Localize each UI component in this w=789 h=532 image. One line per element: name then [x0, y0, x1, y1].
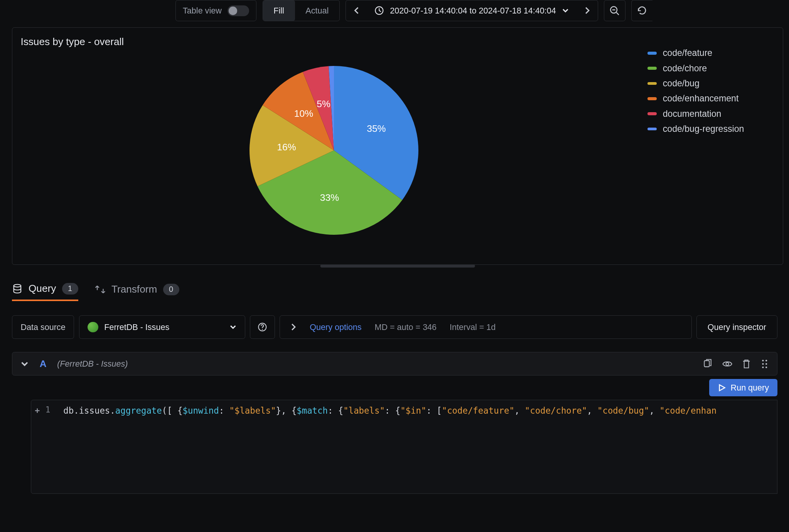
chart-panel: Issues by type - overall 35%33%16%10%5% … [12, 27, 783, 265]
query-options-bar[interactable]: Query options MD = auto = 346 Interval =… [280, 315, 691, 339]
legend-item[interactable]: documentation [647, 109, 772, 119]
pie-slice-label: 5% [317, 99, 330, 109]
svg-point-12 [765, 366, 767, 368]
zoom-out-button[interactable] [604, 0, 625, 21]
chevron-down-icon [562, 7, 569, 14]
svg-rect-5 [704, 360, 709, 367]
line-number: 1 [45, 405, 50, 414]
legend-swatch [647, 128, 657, 131]
legend-label: code/chore [663, 63, 707, 74]
datasource-label: Data source [12, 315, 74, 339]
top-toolbar: Table view Fill Actual 2020-07-19 14:40:… [175, 0, 789, 27]
svg-point-9 [762, 363, 764, 365]
legend-item[interactable]: code/bug [647, 78, 772, 89]
svg-point-11 [762, 366, 764, 368]
play-icon [718, 384, 726, 392]
svg-point-4 [262, 329, 263, 330]
legend-label: code/feature [663, 48, 712, 58]
pie-chart[interactable]: 35%33%16%10%5% [20, 48, 647, 253]
svg-point-6 [726, 362, 728, 365]
query-editor[interactable]: + 1 db.issues.aggregate([ {$unwind: "$la… [31, 400, 777, 493]
query-options-link[interactable]: Query options [310, 322, 361, 332]
trash-icon[interactable] [742, 359, 751, 369]
legend-swatch [647, 112, 657, 115]
datasource-select[interactable]: FerretDB - Issues [79, 315, 245, 339]
pie-slice-label: 35% [367, 123, 386, 134]
pie-slice-label: 33% [320, 192, 339, 203]
pie-svg [247, 64, 421, 237]
chart-legend: code/featurecode/chorecode/bugcode/enhan… [647, 48, 772, 253]
legend-label: code/enhancement [663, 93, 739, 104]
time-range-prev-button[interactable] [346, 0, 367, 21]
legend-item[interactable]: code/feature [647, 48, 772, 58]
fold-plus-icon[interactable]: + [35, 406, 40, 415]
chevron-right-icon [290, 323, 297, 330]
query-options-md: MD = auto = 346 [374, 322, 437, 332]
svg-point-2 [13, 285, 20, 287]
legend-swatch [647, 52, 657, 55]
copy-icon[interactable] [703, 359, 713, 369]
time-range-picker: 2020-07-19 14:40:04 to 2024-07-18 14:40:… [346, 0, 598, 21]
legend-item[interactable]: code/bug-regression [647, 124, 772, 134]
legend-swatch [647, 97, 657, 100]
svg-point-7 [762, 360, 764, 361]
fill-actual-segmented: Fill Actual [263, 0, 340, 21]
table-view-toggle[interactable]: Table view [175, 0, 257, 21]
query-options-interval: Interval = 1d [450, 322, 496, 332]
editor-tabs: Query 1 Transform 0 [12, 283, 777, 307]
legend-swatch [647, 82, 657, 85]
chevron-right-icon [583, 7, 590, 14]
fill-button[interactable]: Fill [263, 0, 295, 21]
tab-transform[interactable]: Transform 0 [95, 283, 179, 300]
datasource-value: FerretDB - Issues [104, 322, 169, 332]
query-name: (FerretDB - Issues) [57, 359, 128, 369]
pie-slice-label: 10% [294, 108, 313, 119]
mongodb-leaf-icon [88, 322, 98, 333]
transform-icon [95, 284, 106, 295]
run-query-button[interactable]: Run query [709, 379, 777, 396]
query-row-actions [703, 359, 769, 369]
tab-query-label: Query [29, 283, 56, 295]
tab-transform-count: 0 [163, 284, 179, 295]
legend-item[interactable]: code/enhancement [647, 93, 772, 104]
tab-transform-label: Transform [111, 283, 157, 295]
svg-point-10 [765, 363, 767, 365]
panel-title: Issues by type - overall [20, 36, 772, 48]
question-icon [258, 322, 267, 332]
refresh-button[interactable] [631, 0, 652, 21]
table-view-switch[interactable] [228, 5, 249, 16]
legend-item[interactable]: code/chore [647, 63, 772, 74]
query-config-bar: Data source FerretDB - Issues Query opti… [12, 315, 777, 339]
refresh-icon [637, 5, 647, 16]
time-range-next-button[interactable] [576, 0, 597, 21]
datasource-help-button[interactable] [250, 315, 275, 339]
eye-icon[interactable] [722, 359, 732, 369]
horizontal-scrollbar[interactable] [320, 264, 475, 268]
time-range-text: 2020-07-19 14:40:04 to 2024-07-18 14:40:… [390, 6, 556, 16]
clock-icon [374, 6, 384, 15]
run-query-label: Run query [731, 383, 769, 393]
svg-point-8 [765, 360, 767, 361]
legend-label: code/bug [663, 78, 700, 89]
chevron-left-icon [353, 7, 360, 14]
code-line[interactable]: db.issues.aggregate([ {$unwind: "$labels… [63, 405, 777, 417]
query-inspector-button[interactable]: Query inspector [696, 315, 777, 339]
chevron-down-icon[interactable] [20, 360, 29, 368]
actual-button[interactable]: Actual [295, 0, 339, 21]
table-view-label: Table view [183, 6, 222, 16]
database-icon [12, 283, 23, 294]
legend-label: code/bug-regression [663, 124, 744, 134]
query-row-header[interactable]: A (FerretDB - Issues) [12, 352, 777, 375]
pie-slice-label: 16% [277, 142, 296, 153]
query-letter: A [40, 359, 47, 369]
legend-label: documentation [663, 109, 722, 119]
tab-query[interactable]: Query 1 [12, 283, 78, 301]
chevron-down-icon [229, 323, 236, 330]
zoom-out-icon [609, 5, 620, 16]
time-range-display[interactable]: 2020-07-19 14:40:04 to 2024-07-18 14:40:… [368, 6, 576, 16]
drag-handle-icon[interactable] [760, 359, 769, 369]
tab-query-count: 1 [62, 283, 78, 294]
legend-swatch [647, 67, 657, 70]
